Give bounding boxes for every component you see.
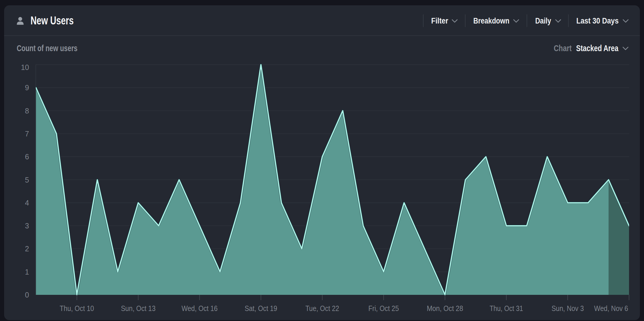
- svg-text:Wed, Oct 16: Wed, Oct 16: [181, 304, 218, 312]
- svg-text:Chart: Chart: [554, 44, 572, 53]
- svg-text:3: 3: [25, 222, 29, 230]
- svg-text:Breakdown: Breakdown: [473, 16, 510, 25]
- svg-text:Thu, Oct 31: Thu, Oct 31: [490, 304, 523, 312]
- svg-text:10: 10: [21, 63, 29, 71]
- svg-text:Sun, Oct 13: Sun, Oct 13: [121, 304, 156, 312]
- svg-text:6: 6: [25, 153, 29, 161]
- svg-text:7: 7: [25, 130, 29, 138]
- svg-text:Count of new users: Count of new users: [17, 44, 77, 53]
- svg-text:8: 8: [25, 107, 29, 115]
- svg-text:Sun, Nov 3: Sun, Nov 3: [552, 304, 584, 312]
- svg-text:New Users: New Users: [31, 14, 74, 27]
- svg-text:Filter: Filter: [431, 16, 448, 25]
- svg-text:Tue, Oct 22: Tue, Oct 22: [305, 304, 339, 312]
- svg-text:Fri, Oct 25: Fri, Oct 25: [368, 304, 399, 312]
- svg-text:Last 30 Days: Last 30 Days: [576, 16, 619, 25]
- svg-text:9: 9: [25, 83, 29, 92]
- svg-text:4: 4: [25, 199, 29, 207]
- svg-text:2: 2: [25, 245, 29, 253]
- svg-text:1: 1: [25, 268, 29, 276]
- svg-text:Daily: Daily: [535, 16, 551, 25]
- svg-text:Mon, Oct 28: Mon, Oct 28: [427, 304, 463, 312]
- svg-text:Wed, Nov 6: Wed, Nov 6: [594, 304, 628, 312]
- svg-text:Sat, Oct 19: Sat, Oct 19: [245, 304, 277, 312]
- svg-text:Thu, Oct 10: Thu, Oct 10: [60, 304, 94, 312]
- svg-text:0: 0: [25, 291, 29, 299]
- svg-text:Stacked Area: Stacked Area: [576, 44, 619, 53]
- svg-text:5: 5: [25, 176, 29, 184]
